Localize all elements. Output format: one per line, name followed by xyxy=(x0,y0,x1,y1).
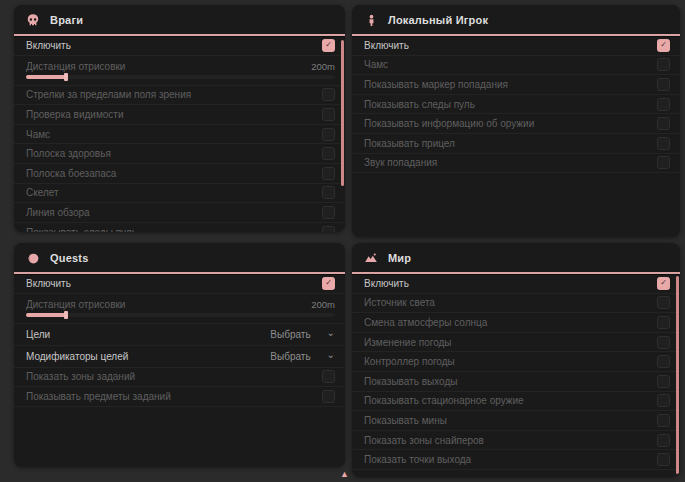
slider-value: 200m xyxy=(311,299,335,310)
checkbox-unchecked[interactable] xyxy=(657,137,670,150)
checkbox-unchecked[interactable] xyxy=(322,226,335,232)
setting-label: Дистанция отрисовки xyxy=(26,61,125,72)
settings-row-dropdown: ЦелиВыбрать⌄ xyxy=(14,324,345,346)
panel-world: Мир Включить✓Источник светаСмена атмосфе… xyxy=(352,243,680,477)
dropdown[interactable]: Выбрать⌄ xyxy=(270,329,335,340)
check-icon: ✓ xyxy=(325,41,332,49)
settings-row-checkbox: Изменение погоды xyxy=(352,333,680,353)
panel-body: Включить✓Дистанция отрисовки200mСтрелки … xyxy=(14,36,345,232)
slider-fill xyxy=(26,75,66,79)
scroll-indicator-icon[interactable]: ▲ xyxy=(340,470,349,479)
slider-thumb[interactable] xyxy=(64,73,68,81)
setting-label: Включить xyxy=(26,40,71,51)
settings-row-checkbox: Показывать мины xyxy=(352,411,680,431)
panel-header[interactable]: Мир xyxy=(352,243,680,274)
panel-header[interactable]: Враги xyxy=(14,5,345,36)
setting-label: Линия обзора xyxy=(26,207,90,218)
setting-label: Показывать прицел xyxy=(364,138,455,149)
checkbox-unchecked[interactable] xyxy=(657,414,670,427)
panel-enemies: Враги Включить✓Дистанция отрисовки200mСт… xyxy=(14,5,345,232)
checkbox-unchecked[interactable] xyxy=(322,186,335,199)
circle-icon xyxy=(26,251,40,265)
checkbox-unchecked[interactable] xyxy=(322,370,335,383)
setting-label: Включить xyxy=(364,40,409,51)
checkbox-checked[interactable]: ✓ xyxy=(322,39,335,52)
setting-label: Показать зоны заданий xyxy=(26,371,135,382)
settings-row-checkbox: Чамс xyxy=(14,125,345,145)
setting-label: Изменение погоды xyxy=(364,337,452,348)
panel-title: Локальный Игрок xyxy=(388,14,488,26)
panel-header[interactable]: Quests xyxy=(14,243,345,274)
checkbox-checked[interactable]: ✓ xyxy=(657,39,670,52)
settings-row-checkbox: Чамс xyxy=(352,56,680,76)
slider-fill xyxy=(26,313,66,317)
checkbox-checked[interactable]: ✓ xyxy=(322,277,335,290)
checkbox-unchecked[interactable] xyxy=(657,453,670,466)
checkbox-unchecked[interactable] xyxy=(322,390,335,403)
settings-row-checkbox: Показывать следы пуль xyxy=(352,95,680,115)
checkbox-unchecked[interactable] xyxy=(322,88,335,101)
chevron-down-icon: ⌄ xyxy=(327,328,335,338)
checkbox-unchecked[interactable] xyxy=(322,128,335,141)
setting-label: Показывать маркер попадания xyxy=(364,79,508,90)
checkbox-unchecked[interactable] xyxy=(657,296,670,309)
skull-icon xyxy=(26,13,40,27)
checkbox-unchecked[interactable] xyxy=(657,316,670,329)
setting-label: Чамс xyxy=(26,129,50,140)
scrollbar[interactable] xyxy=(676,276,679,474)
setting-label: Цели xyxy=(26,329,50,340)
slider-track[interactable] xyxy=(26,75,335,79)
setting-label: Чамс xyxy=(364,59,388,70)
checkbox-unchecked[interactable] xyxy=(322,167,335,180)
checkbox-unchecked[interactable] xyxy=(322,206,335,219)
panel-body: Включить✓Источник светаСмена атмосферы с… xyxy=(352,274,680,470)
scrollbar[interactable] xyxy=(341,40,344,186)
settings-row-checkbox: Линия обзора xyxy=(14,203,345,223)
settings-row-checkbox: Включить✓ xyxy=(14,36,345,56)
setting-label: Скелет xyxy=(26,187,59,198)
settings-row-checkbox: Стрелки за пределами поля зрения xyxy=(14,86,345,106)
checkbox-unchecked[interactable] xyxy=(657,355,670,368)
setting-label: Дистанция отрисовки xyxy=(26,299,125,310)
setting-label: Модификаторы целей xyxy=(26,351,128,362)
checkbox-unchecked[interactable] xyxy=(657,394,670,407)
slider-thumb[interactable] xyxy=(64,311,68,319)
settings-row-checkbox: Включить✓ xyxy=(352,274,680,294)
checkbox-unchecked[interactable] xyxy=(657,434,670,447)
settings-row-checkbox: Показывать следы пуль xyxy=(14,223,345,232)
checkbox-unchecked[interactable] xyxy=(322,147,335,160)
checkbox-unchecked[interactable] xyxy=(657,375,670,388)
checkbox-unchecked[interactable] xyxy=(657,78,670,91)
setting-label: Источник света xyxy=(364,297,435,308)
setting-label: Показывать выходы xyxy=(364,376,457,387)
checkbox-unchecked[interactable] xyxy=(657,58,670,71)
settings-row-slider: Дистанция отрисовки200m xyxy=(14,294,345,324)
settings-row-checkbox: Полоска здоровья xyxy=(14,144,345,164)
settings-row-checkbox: Включить✓ xyxy=(352,36,680,56)
checkbox-unchecked[interactable] xyxy=(322,108,335,121)
settings-row-checkbox: Контроллер погоды xyxy=(352,352,680,372)
settings-row-dropdown: Модификаторы целейВыбрать⌄ xyxy=(14,346,345,368)
settings-row-checkbox: Показывать стационарное оружие xyxy=(352,392,680,412)
setting-label: Показывать следы пуль xyxy=(26,227,137,232)
settings-row-checkbox: Показать точки выхода xyxy=(352,450,680,470)
settings-row-checkbox: Полоска боезапаса xyxy=(14,164,345,184)
dropdown[interactable]: Выбрать⌄ xyxy=(270,351,335,362)
checkbox-checked[interactable]: ✓ xyxy=(657,277,670,290)
setting-label: Показывать стационарное оружие xyxy=(364,395,524,406)
checkbox-unchecked[interactable] xyxy=(657,336,670,349)
checkbox-unchecked[interactable] xyxy=(657,117,670,130)
panel-local-player: Локальный Игрок Включить✓ЧамсПоказывать … xyxy=(352,5,680,237)
checkbox-unchecked[interactable] xyxy=(657,156,670,169)
settings-row-checkbox: Смена атмосферы солнца xyxy=(352,313,680,333)
settings-row-checkbox: Источник света xyxy=(352,294,680,314)
settings-row-checkbox: Скелет xyxy=(14,184,345,204)
check-icon: ✓ xyxy=(325,279,332,287)
settings-row-slider: Дистанция отрисовки200m xyxy=(14,56,345,86)
checkbox-unchecked[interactable] xyxy=(657,98,670,111)
settings-row-checkbox: Показывать информацию об оружии xyxy=(352,114,680,134)
person-icon xyxy=(364,13,378,27)
slider-track[interactable] xyxy=(26,313,335,317)
panel-body: Включить✓Дистанция отрисовки200mЦелиВыбр… xyxy=(14,274,345,407)
panel-header[interactable]: Локальный Игрок xyxy=(352,5,680,36)
